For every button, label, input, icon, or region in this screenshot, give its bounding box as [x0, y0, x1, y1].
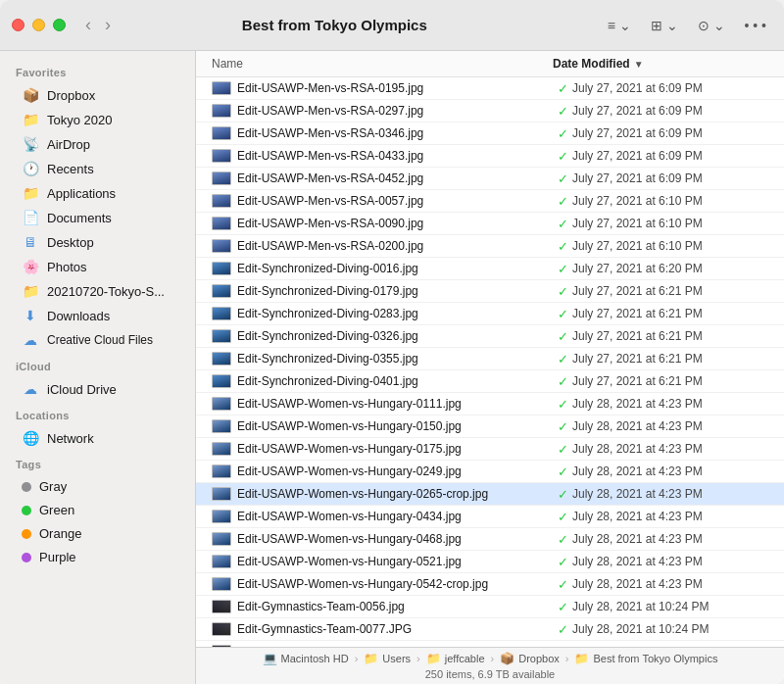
sidebar: Favorites 📦 Dropbox 📁 Tokyo 2020 📡 AirDr…	[0, 51, 196, 684]
back-button[interactable]: ‹	[81, 13, 95, 37]
folder-icon: 📁	[22, 112, 39, 127]
name-column-header[interactable]: Name	[212, 57, 553, 71]
file-date-modified: July 27, 2021 at 6:21 PM	[572, 352, 768, 366]
table-row[interactable]: Edit-USAWP-Men-vs-RSA-0452.jpg ✓ July 27…	[196, 168, 784, 190]
titlebar: ‹ › Best from Tokyo Olympics ≡ ⌄ ⊞ ⌄ ⊙ ⌄…	[0, 0, 784, 51]
breadcrumb-item[interactable]: 💻Macintosh HD	[263, 652, 349, 665]
table-row[interactable]: Edit-USAWP-Men-vs-RSA-0346.jpg ✓ July 27…	[196, 122, 784, 145]
file-sync-status: ✓	[553, 329, 572, 344]
file-icon	[212, 599, 231, 614]
table-row[interactable]: Edit-USAWP-Women-vs-Hungary-0542-crop.jp…	[196, 573, 784, 596]
breadcrumb-item[interactable]: 📁jeffcable	[426, 652, 485, 665]
sidebar-item-tag-purple[interactable]: Purple	[6, 546, 189, 568]
sidebar-item-label: Photos	[47, 260, 86, 274]
sidebar-item-tokyo-s[interactable]: 📁 20210720-Tokyo-S...	[6, 279, 189, 303]
file-sync-status: ✓	[553, 464, 572, 479]
table-row[interactable]: Edit-USAWP-Women-vs-Hungary-0175.jpg ✓ J…	[196, 438, 784, 461]
tag-orange-dot	[22, 529, 31, 539]
sidebar-item-airdrop[interactable]: 📡 AirDrop	[6, 132, 189, 156]
breadcrumb: 💻Macintosh HD›📁Users›📁jeffcable›📦Dropbox…	[212, 652, 768, 665]
file-sync-status: ✓	[553, 149, 572, 164]
sidebar-item-network[interactable]: 🌐 Network	[6, 426, 189, 450]
sidebar-item-dropbox[interactable]: 📦 Dropbox	[6, 83, 189, 107]
table-row[interactable]: Edit-USAWP-Women-vs-Hungary-0111.jpg ✓ J…	[196, 393, 784, 415]
close-button[interactable]	[12, 19, 24, 31]
file-sync-status: ✓	[553, 442, 572, 457]
table-row[interactable]: Edit-Synchronized-Diving-0326.jpg ✓ July…	[196, 325, 784, 348]
file-sync-status: ✓	[553, 532, 572, 547]
file-sync-status: ✓	[553, 126, 572, 141]
table-row[interactable]: Edit-Gymnastics-Team-0056.jpg ✓ July 28,…	[196, 596, 784, 618]
file-sync-status: ✓	[553, 307, 572, 321]
table-row[interactable]: Edit-USAWP-Women-vs-Hungary-0265-crop.jp…	[196, 483, 784, 506]
file-icon	[212, 418, 231, 434]
sidebar-item-recents[interactable]: 🕐 Recents	[6, 157, 189, 180]
file-name: Edit-USAWP-Women-vs-Hungary-0175.jpg	[237, 442, 553, 456]
table-row[interactable]: Edit-Synchronized-Diving-0401.jpg ✓ July…	[196, 370, 784, 393]
file-sync-status: ✓	[553, 81, 572, 96]
file-thumbnail	[212, 352, 231, 366]
table-row[interactable]: Edit-Synchronized-Diving-0016.jpg ✓ July…	[196, 258, 784, 280]
status-info: 250 items, 6.9 TB available	[212, 668, 768, 680]
date-column-header[interactable]: Date Modified ▼	[553, 57, 768, 71]
table-row[interactable]: Edit-USAWP-Men-vs-RSA-0200.jpg ✓ July 27…	[196, 235, 784, 258]
file-thumbnail	[212, 622, 231, 636]
table-row[interactable]: Edit-USAWP-Men-vs-RSA-0057.jpg ✓ July 27…	[196, 190, 784, 213]
table-row[interactable]: Edit-USAWP-Men-vs-RSA-0195.jpg ✓ July 27…	[196, 77, 784, 100]
share-button[interactable]: ⊙ ⌄	[692, 14, 731, 37]
sidebar-item-icloud-drive[interactable]: ☁ iCloud Drive	[6, 377, 189, 401]
view-grid-button[interactable]: ⊞ ⌄	[645, 14, 684, 37]
sidebar-item-tag-orange[interactable]: Orange	[6, 522, 189, 545]
file-icon	[212, 238, 231, 254]
file-icon	[212, 576, 231, 592]
table-row[interactable]: Edit-USAWP-Women-vs-Hungary-0434.jpg ✓ J…	[196, 506, 784, 528]
table-row[interactable]: Edit-Synchronized-Diving-0355.jpg ✓ July…	[196, 348, 784, 370]
file-icon	[212, 148, 231, 164]
file-icon	[212, 464, 231, 479]
table-row[interactable]: Edit-USAWP-Men-vs-RSA-0090.jpg ✓ July 27…	[196, 213, 784, 235]
view-list-button[interactable]: ≡ ⌄	[602, 14, 637, 37]
file-thumbnail	[212, 419, 231, 433]
table-row[interactable]: Edit-USAWP-Men-vs-RSA-0297.jpg ✓ July 27…	[196, 100, 784, 122]
breadcrumb-item[interactable]: 📦Dropbox	[500, 652, 560, 665]
sidebar-item-tag-green[interactable]: Green	[6, 499, 189, 521]
file-date-modified: July 27, 2021 at 6:10 PM	[572, 194, 768, 208]
more-button[interactable]: • • •	[739, 14, 772, 37]
sidebar-item-label: Downloads	[47, 309, 110, 323]
table-row[interactable]: Edit-USAWP-Women-vs-Hungary-0249.jpg ✓ J…	[196, 461, 784, 483]
sidebar-item-tag-gray[interactable]: Gray	[6, 475, 189, 498]
sidebar-item-photos[interactable]: 🌸 Photos	[6, 255, 189, 278]
sidebar-item-documents[interactable]: 📄 Documents	[6, 206, 189, 229]
favorites-header: Favorites	[0, 59, 195, 82]
file-name: Edit-USAWP-Women-vs-Hungary-0521.jpg	[237, 555, 553, 568]
file-date-modified: July 28, 2021 at 4:23 PM	[572, 510, 768, 523]
traffic-lights	[12, 19, 66, 31]
file-name: Edit-USAWP-Men-vs-RSA-0346.jpg	[237, 126, 553, 140]
file-list[interactable]: Edit-USAWP-Men-vs-RSA-0195.jpg ✓ July 27…	[196, 77, 784, 647]
sidebar-item-downloads[interactable]: ⬇ Downloads	[6, 304, 189, 327]
sidebar-item-creative-cloud[interactable]: ☁ Creative Cloud Files	[6, 328, 189, 352]
breadcrumb-item[interactable]: 📁Best from Tokyo Olympics	[574, 652, 717, 665]
breadcrumb-item[interactable]: 📁Users	[364, 652, 411, 665]
sidebar-item-desktop[interactable]: 🖥 Desktop	[6, 230, 189, 254]
file-sync-status: ✓	[553, 194, 572, 209]
file-date-modified: July 28, 2021 at 4:23 PM	[572, 487, 768, 501]
table-row[interactable]: Edit-USAWP-Women-vs-Hungary-0521.jpg ✓ J…	[196, 551, 784, 573]
sidebar-item-tokyo2020[interactable]: 📁 Tokyo 2020	[6, 108, 189, 131]
forward-button[interactable]: ›	[101, 13, 115, 37]
file-date-modified: July 28, 2021 at 10:24 PM	[572, 622, 768, 636]
table-row[interactable]: Edit-USAWP-Women-vs-Hungary-0150.jpg ✓ J…	[196, 415, 784, 438]
table-row[interactable]: Edit-USAWP-Women-vs-Hungary-0468.jpg ✓ J…	[196, 528, 784, 551]
breadcrumb-icon: 💻	[263, 652, 277, 665]
file-icon	[212, 171, 231, 186]
table-row[interactable]: Edit-Synchronized-Diving-0179.jpg ✓ July…	[196, 280, 784, 303]
table-row[interactable]: Edit-USAWP-Men-vs-RSA-0433.jpg ✓ July 27…	[196, 145, 784, 168]
minimize-button[interactable]	[32, 19, 45, 31]
file-date-modified: July 28, 2021 at 4:23 PM	[572, 555, 768, 568]
breadcrumb-separator: ›	[416, 653, 420, 664]
table-row[interactable]: Edit-Gymnastics-Team-0077.JPG ✓ July 28,…	[196, 618, 784, 641]
table-row[interactable]: Edit-Synchronized-Diving-0283.jpg ✓ July…	[196, 303, 784, 325]
sidebar-item-applications[interactable]: 📁 Applications	[6, 181, 189, 205]
fullscreen-button[interactable]	[53, 19, 66, 31]
sidebar-item-label: Applications	[47, 186, 116, 201]
